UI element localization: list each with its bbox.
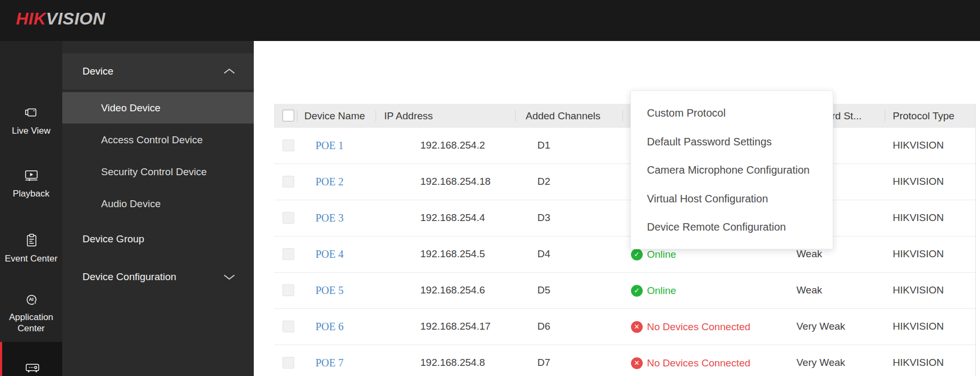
row-checkbox[interactable] (283, 140, 294, 151)
table-row: POE 6 192.168.254.17 D6 No Devices Conne… (274, 309, 975, 345)
chevron-down-icon (222, 273, 236, 281)
ip-address-value: 192.168.254.2 (420, 128, 485, 163)
sidebar-item-label: Device Group (82, 233, 144, 245)
nav-item-label: Live View (12, 125, 50, 136)
playback-monitor-icon (23, 168, 39, 184)
nav-item-label: Playback (13, 188, 49, 199)
header-ip-address: IP Address (384, 104, 433, 128)
nav-item-device-access[interactable]: Device Access (0, 342, 62, 376)
sidebar-item-device-group[interactable]: Device Group (62, 230, 254, 248)
ip-address-value: 192.168.254.4 (420, 200, 485, 235)
sidebar-item-audio-device[interactable]: Audio Device (62, 195, 254, 213)
table-row: POE 1 192.168.254.2 D1 HIKVISION (274, 128, 975, 164)
nav-item-event-center[interactable]: Event Center (0, 233, 62, 264)
row-checkbox[interactable] (283, 212, 294, 224)
device-name-link[interactable]: POE 1 (315, 128, 344, 163)
row-checkbox[interactable] (283, 357, 294, 369)
table-body: POE 1 192.168.254.2 D1 HIKVISION POE 2 1… (274, 128, 975, 376)
nav-item-playback[interactable]: Playback (0, 168, 62, 199)
row-checkbox[interactable] (283, 321, 294, 332)
added-channels-value: D1 (537, 128, 550, 163)
password-strength-value: Weak (796, 273, 822, 308)
protocol-type-value: HIKVISION (893, 345, 944, 376)
status-icon (631, 321, 643, 333)
device-name-link[interactable]: POE 2 (315, 164, 344, 199)
device-name-link[interactable]: POE 3 (315, 200, 344, 235)
sidebar-item-security-control-device[interactable]: Security Control Device (62, 163, 254, 181)
protocol-type-value: HIKVISION (893, 273, 944, 308)
sidebar-item-device-configuration[interactable]: Device Configuration (62, 268, 254, 286)
device-name-link[interactable]: POE 4 (315, 236, 344, 272)
nav-item-label: Application Center (0, 312, 62, 334)
table-header: Device Name IP Address Added Channels Pa… (274, 104, 975, 128)
ip-address-value: 192.168.254.18 (420, 164, 491, 199)
nav-item-application-center[interactable]: AI Application Center (0, 291, 62, 334)
more-menu-item[interactable]: Default Password Settings (631, 128, 833, 157)
table-row: POE 4 192.168.254.5 D4 Online Weak HIKVI… (274, 236, 975, 273)
row-checkbox[interactable] (283, 284, 294, 296)
sidebar-item-label: Security Control Device (101, 166, 207, 178)
more-menu-item[interactable]: Virtual Host Configuration (631, 185, 833, 214)
device-name-link[interactable]: POE 6 (315, 309, 344, 344)
ip-address-value: 192.168.254.8 (420, 345, 485, 376)
status-icon (631, 357, 643, 369)
table-row: POE 3 192.168.254.4 D3 HIKVISION (274, 200, 975, 236)
top-bar: HIKVISION (0, 0, 980, 41)
password-strength-value: Very Weak (796, 345, 845, 376)
password-strength-value: Very Weak (796, 309, 845, 344)
sidebar-item-access-control-device[interactable]: Access Control Device (62, 131, 254, 149)
sidebar-section-device[interactable]: Device (62, 53, 254, 89)
protocol-type-value: HIKVISION (893, 128, 944, 163)
table-row: POE 7 192.168.254.8 D7 No Devices Connec… (274, 345, 975, 376)
sidebar-item-video-device[interactable]: Video Device (62, 92, 254, 124)
added-channels-value: D7 (537, 345, 550, 376)
status-text: No Devices Connected (647, 346, 750, 376)
table-row: POE 5 192.168.254.6 D5 Online Weak HIKVI… (274, 273, 975, 309)
ai-head-icon: AI (23, 291, 39, 307)
nav-rail: Live View Playback Event Center (0, 41, 62, 376)
main-content: Add Delete Export Import (254, 41, 980, 376)
status-icon (631, 285, 643, 297)
column-divider (622, 110, 623, 121)
device-table: Device Name IP Address Added Channels Pa… (274, 104, 976, 376)
status-cell: No Devices Connected (631, 345, 750, 376)
more-menu-item[interactable]: Camera Microphone Configuration (631, 156, 833, 185)
nav-item-label: Event Center (5, 253, 57, 264)
header-device-name: Device Name (304, 104, 365, 128)
row-checkbox[interactable] (283, 248, 294, 260)
status-text: Online (647, 273, 676, 308)
device-sidebar: Device Video Device Access Control Devic… (62, 41, 254, 376)
sidebar-item-label: Audio Device (101, 198, 161, 210)
protocol-type-value: HIKVISION (893, 236, 944, 272)
select-all-checkbox[interactable] (283, 110, 294, 121)
added-channels-value: D3 (537, 200, 550, 235)
more-menu-item[interactable]: Device Remote Configuration (631, 213, 833, 242)
device-name-link[interactable]: POE 5 (315, 273, 344, 308)
logo-text-primary: HIK (16, 9, 46, 28)
nav-item-live-view[interactable]: Live View (0, 105, 62, 136)
nvr-device-icon (24, 359, 41, 375)
column-divider (885, 110, 885, 121)
device-name-link[interactable]: POE 7 (315, 345, 344, 376)
clipboard-icon (23, 233, 39, 249)
added-channels-value: D4 (537, 236, 550, 272)
more-menu-item[interactable]: Custom Protocol (631, 99, 833, 128)
row-checkbox[interactable] (283, 176, 294, 187)
hikvision-logo: HIKVISION (16, 9, 105, 29)
video-camera-icon (23, 105, 39, 121)
table-row: POE 2 192.168.254.18 D2 HIKVISION (274, 164, 975, 200)
sidebar-item-label: Access Control Device (101, 134, 203, 146)
protocol-type-value: HIKVISION (893, 309, 944, 344)
sidebar-item-label: Device Configuration (82, 271, 176, 283)
more-menu: Custom ProtocolDefault Password Settings… (630, 91, 833, 249)
column-divider (297, 110, 297, 121)
logo-text-secondary: VISION (46, 9, 105, 28)
chevron-up-icon (222, 68, 236, 75)
status-text: No Devices Connected (647, 309, 750, 345)
added-channels-value: D6 (537, 309, 550, 344)
added-channels-value: D5 (537, 273, 550, 308)
status-icon (631, 249, 643, 260)
ip-address-value: 192.168.254.6 (420, 273, 485, 308)
svg-text:AI: AI (29, 297, 34, 302)
sidebar-section-label: Device (82, 66, 113, 77)
